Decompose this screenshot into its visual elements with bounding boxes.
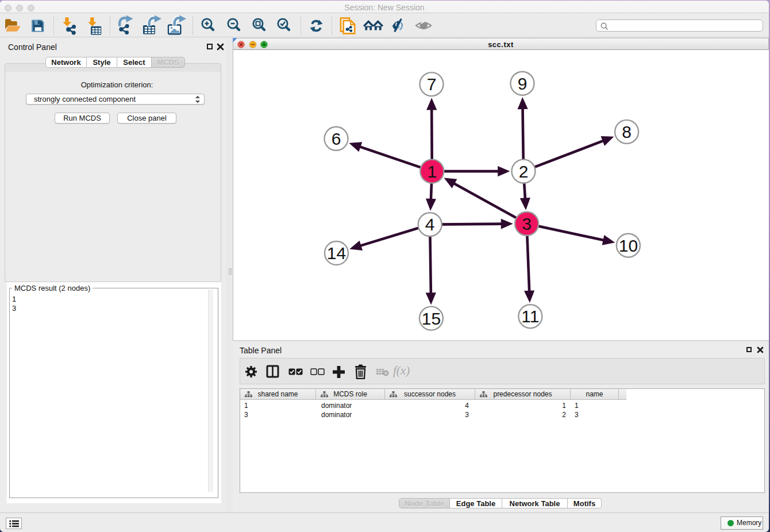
svg-text:14: 14 <box>327 244 346 263</box>
svg-text:8: 8 <box>622 122 632 141</box>
svg-text:15: 15 <box>422 309 441 328</box>
svg-text:9: 9 <box>518 74 528 93</box>
svg-text:4: 4 <box>425 215 435 234</box>
svg-text:2: 2 <box>519 162 529 181</box>
svg-text:7: 7 <box>427 75 437 94</box>
svg-text:3: 3 <box>522 214 532 233</box>
svg-text:11: 11 <box>521 307 539 326</box>
svg-text:1: 1 <box>427 162 437 181</box>
svg-text:6: 6 <box>332 129 341 148</box>
svg-text:10: 10 <box>619 236 638 255</box>
